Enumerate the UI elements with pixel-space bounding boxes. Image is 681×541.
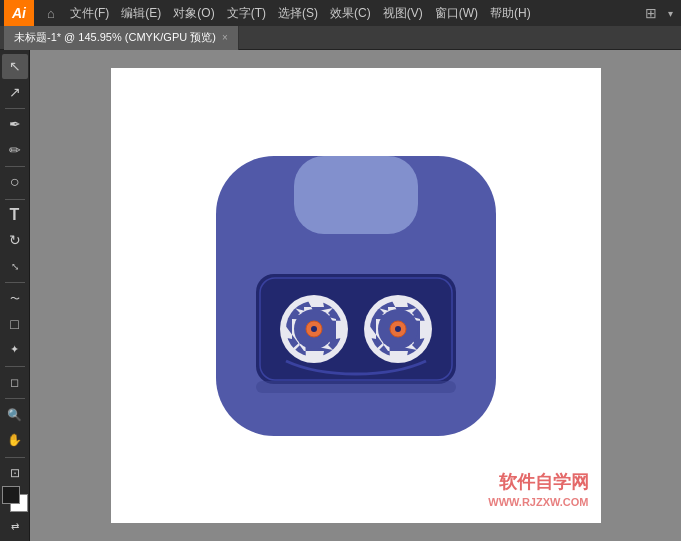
- type-tool[interactable]: T: [2, 203, 28, 228]
- svg-point-9: [311, 326, 317, 332]
- pen-tool[interactable]: ✒: [2, 112, 28, 137]
- pencil-tool[interactable]: ✏: [2, 138, 28, 163]
- rectangle-tool[interactable]: □: [2, 312, 28, 337]
- grid-icon-button[interactable]: ⊞: [638, 0, 664, 26]
- watermark-line1: 软件自学网: [488, 471, 588, 494]
- menu-object[interactable]: 对象(O): [167, 0, 220, 26]
- svg-point-15: [395, 326, 401, 332]
- direct-select-tool[interactable]: ↗: [2, 80, 28, 105]
- scale-tool[interactable]: ⤡: [2, 254, 28, 279]
- blob-brush-tool[interactable]: ✦: [2, 337, 28, 362]
- color-selector[interactable]: [2, 486, 28, 512]
- main-area: ↖ ↗ ✒ ✏ ○ T ↻ ⤡ 〜 □ ✦ ◻ 🔍 ✋ ⊡ ⇄: [0, 50, 681, 541]
- canvas-document: 软件自学网 WWW.RJZXW.COM: [111, 68, 601, 523]
- svg-rect-1: [294, 156, 418, 234]
- tab-bar: 未标题-1* @ 145.95% (CMYK/GPU 预览) ×: [0, 26, 681, 50]
- menu-window[interactable]: 窗口(W): [429, 0, 484, 26]
- toolbar-separator-3: [5, 199, 25, 200]
- ai-logo: Ai: [4, 0, 34, 26]
- watermark-line2: WWW.RJZXW.COM: [488, 495, 588, 509]
- toolbar-separator-4: [5, 282, 25, 283]
- menu-view[interactable]: 视图(V): [377, 0, 429, 26]
- canvas-area[interactable]: 软件自学网 WWW.RJZXW.COM: [30, 50, 681, 541]
- ellipse-tool[interactable]: ○: [2, 170, 28, 195]
- cassette-illustration: [186, 126, 526, 466]
- select-tool[interactable]: ↖: [2, 54, 28, 79]
- warp-tool[interactable]: 〜: [2, 286, 28, 311]
- zoom-tool[interactable]: 🔍: [2, 402, 28, 427]
- menu-help[interactable]: 帮助(H): [484, 0, 537, 26]
- toolbar-separator-1: [5, 108, 25, 109]
- tab-close-button[interactable]: ×: [222, 32, 228, 43]
- document-tab[interactable]: 未标题-1* @ 145.95% (CMYK/GPU 预览) ×: [4, 26, 239, 50]
- title-bar: Ai ⌂ 文件(F) 编辑(E) 对象(O) 文字(T) 选择(S) 效果(C)…: [0, 0, 681, 26]
- watermark: 软件自学网 WWW.RJZXW.COM: [488, 471, 588, 509]
- menu-edit[interactable]: 编辑(E): [115, 0, 167, 26]
- artboard-tool[interactable]: ⊡: [2, 460, 28, 485]
- toolbar-separator-5: [5, 366, 25, 367]
- tab-label: 未标题-1* @ 145.95% (CMYK/GPU 预览): [14, 30, 216, 45]
- toolbar-separator-7: [5, 457, 25, 458]
- left-toolbar: ↖ ↗ ✒ ✏ ○ T ↻ ⤡ 〜 □ ✦ ◻ 🔍 ✋ ⊡ ⇄: [0, 50, 30, 541]
- swap-colors-button[interactable]: ⇄: [2, 514, 28, 539]
- home-button[interactable]: ⌂: [38, 0, 64, 26]
- foreground-color-box[interactable]: [2, 486, 20, 504]
- menu-effect[interactable]: 效果(C): [324, 0, 377, 26]
- rotate-tool[interactable]: ↻: [2, 228, 28, 253]
- svg-rect-16: [256, 381, 456, 393]
- menu-bar: 文件(F) 编辑(E) 对象(O) 文字(T) 选择(S) 效果(C) 视图(V…: [64, 0, 638, 26]
- dropdown-arrow-icon[interactable]: ▾: [664, 8, 677, 19]
- menu-text[interactable]: 文字(T): [221, 0, 272, 26]
- menu-select[interactable]: 选择(S): [272, 0, 324, 26]
- eraser-tool[interactable]: ◻: [2, 370, 28, 395]
- toolbar-separator-6: [5, 398, 25, 399]
- menu-file[interactable]: 文件(F): [64, 0, 115, 26]
- toolbar-separator-2: [5, 166, 25, 167]
- titlebar-right: ⊞ ▾: [638, 0, 677, 26]
- hand-tool[interactable]: ✋: [2, 428, 28, 453]
